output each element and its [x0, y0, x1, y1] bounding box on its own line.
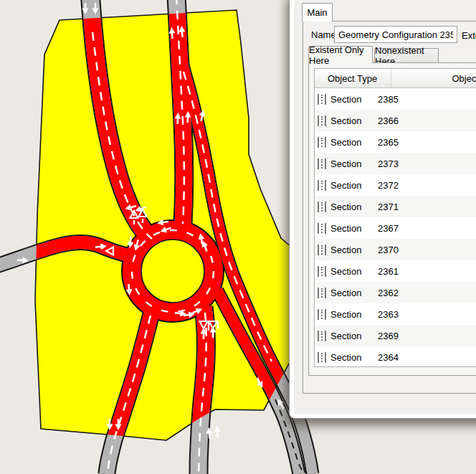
row-object-id: 2364 — [378, 352, 399, 363]
column-header-object[interactable]: Object — [391, 73, 476, 84]
geometry-configuration-dialog: Main Name: Exter Existent Only Here None… — [289, 0, 476, 419]
row-object-id: 2361 — [378, 266, 399, 277]
drag-handle-icon[interactable] — [318, 137, 326, 148]
row-object-id: 2370 — [378, 245, 399, 255]
row-object-id: 2363 — [378, 309, 399, 320]
row-object-id: 2372 — [378, 180, 399, 191]
drag-handle-icon[interactable] — [318, 158, 326, 169]
object-table: Object Type Object Section 2385 Section … — [314, 68, 476, 367]
external-id-label: Exter — [462, 30, 476, 41]
drag-handle-icon[interactable] — [318, 245, 326, 255]
table-row[interactable]: Section 2371 — [315, 196, 476, 217]
row-object-id: 2373 — [378, 158, 399, 169]
tab-main[interactable]: Main — [302, 3, 333, 22]
row-object-id: 2385 — [378, 94, 399, 105]
dialog-content: Main Name: Exter Existent Only Here None… — [294, 0, 476, 414]
column-header-object-type[interactable]: Object Type — [315, 69, 391, 87]
table-row[interactable]: Section 2372 — [315, 174, 476, 196]
drag-handle-icon[interactable] — [318, 202, 326, 212]
drag-handle-icon[interactable] — [318, 223, 326, 234]
drag-handle-icon[interactable] — [318, 266, 326, 277]
drag-handle-icon[interactable] — [318, 288, 326, 298]
table-row[interactable]: Section 2364 — [315, 346, 476, 367]
row-object-type: Section — [330, 331, 368, 341]
table-row[interactable]: Section 2363 — [315, 303, 476, 325]
table-header: Object Type Object — [315, 69, 476, 88]
table-row[interactable]: Section 2385 — [315, 88, 476, 110]
row-object-id: 2362 — [378, 288, 399, 298]
row-object-id: 2365 — [378, 137, 399, 148]
table-row[interactable]: Section 2367 — [315, 217, 476, 239]
table-row[interactable]: Section 2365 — [315, 131, 476, 153]
row-object-type: Section — [330, 309, 368, 320]
name-input[interactable] — [334, 26, 457, 43]
row-object-type: Section — [330, 180, 368, 191]
tab-existent-only-here[interactable]: Existent Only Here — [308, 46, 373, 63]
table-row[interactable]: Section 2369 — [315, 325, 476, 346]
row-object-id: 2371 — [378, 202, 399, 212]
drag-handle-icon[interactable] — [318, 309, 326, 320]
roundabout-island — [141, 240, 204, 303]
app-window: Main Name: Exter Existent Only Here None… — [0, 0, 476, 474]
row-object-type: Section — [330, 115, 368, 126]
table-row[interactable]: Section 2366 — [315, 110, 476, 131]
drag-handle-icon[interactable] — [318, 352, 326, 363]
row-object-type: Section — [330, 94, 368, 105]
row-object-id: 2367 — [378, 223, 399, 234]
table-row[interactable]: Section 2361 — [315, 260, 476, 282]
drag-handle-icon[interactable] — [318, 94, 326, 105]
row-object-type: Section — [330, 158, 368, 169]
table-row[interactable]: Section 2370 — [315, 239, 476, 260]
tab-nonexistent-here[interactable]: Nonexistent Here — [374, 48, 439, 63]
main-tab-pane: Name: Exter Existent Only Here Nonexiste… — [303, 21, 476, 394]
row-object-id: 2369 — [378, 331, 399, 341]
table-row[interactable]: Section 2362 — [315, 282, 476, 303]
table-row[interactable]: Section 2373 — [315, 153, 476, 174]
table-body: Section 2385 Section 2366 Section 2365 S… — [315, 88, 476, 367]
existent-tab-pane: Object Type Object Section 2385 Section … — [308, 62, 476, 376]
row-object-type: Section — [330, 245, 368, 255]
row-object-type: Section — [330, 223, 368, 234]
row-object-type: Section — [330, 288, 368, 298]
row-object-type: Section — [330, 137, 368, 148]
row-object-type: Section — [330, 266, 368, 277]
drag-handle-icon[interactable] — [318, 331, 326, 341]
drag-handle-icon[interactable] — [318, 180, 326, 191]
row-object-type: Section — [330, 202, 368, 212]
drag-handle-icon[interactable] — [318, 115, 326, 126]
row-object-id: 2366 — [378, 115, 399, 126]
row-object-type: Section — [330, 352, 368, 363]
